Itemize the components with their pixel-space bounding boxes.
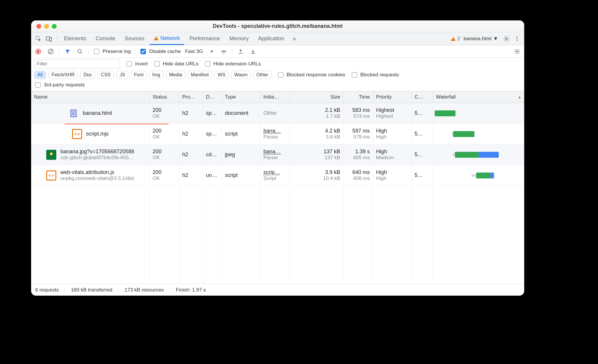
type-chip-other[interactable]: Other <box>253 71 271 79</box>
svg-point-6 <box>517 40 517 41</box>
type-chip-doc[interactable]: Doc <box>80 71 95 79</box>
table-row[interactable]: banana.html200OKh2sp…documentOther2.1 kB… <box>31 103 524 124</box>
filter-input[interactable] <box>34 59 120 68</box>
search-icon[interactable] <box>76 47 84 56</box>
tab-memory[interactable]: Memory <box>225 32 253 45</box>
script-icon: < > <box>46 170 56 181</box>
tab-label: Application <box>258 36 284 42</box>
zoom-icon[interactable] <box>52 24 57 29</box>
clear-icon[interactable] <box>47 47 55 56</box>
col-domain[interactable]: D… <box>203 91 222 103</box>
script-icon: < > <box>72 129 82 139</box>
tab-label: Sources <box>125 36 144 42</box>
request-origin: cdn.glitch.global/87b4c0fe-655… <box>60 155 134 161</box>
panel-tabbar: ElementsConsoleSourcesNetworkPerformance… <box>31 32 524 45</box>
status-finish: Finish: 1.97 s <box>176 287 212 293</box>
type-chip-ws[interactable]: WS <box>215 71 229 79</box>
type-chip-media[interactable]: Media <box>166 71 186 79</box>
svg-point-14 <box>516 51 518 52</box>
network-settings-icon[interactable] <box>513 47 521 56</box>
record-icon[interactable] <box>34 47 42 56</box>
request-name: banana.html <box>83 110 112 116</box>
type-chip-font[interactable]: Font <box>131 71 147 79</box>
disable-cache-checkbox[interactable]: Disable cache <box>139 48 181 55</box>
svg-point-13 <box>223 53 224 54</box>
type-chip-css[interactable]: CSS <box>97 71 114 79</box>
tab-network[interactable]: Network <box>150 32 184 45</box>
filter-bar: Invert Hide data URLs Hide extension URL… <box>31 58 524 91</box>
minimize-icon[interactable] <box>44 24 49 29</box>
image-thumbnail-icon <box>46 150 56 160</box>
inspect-element-icon[interactable] <box>33 34 43 44</box>
third-party-checkbox[interactable]: 3rd-party requests <box>34 81 85 88</box>
col-type[interactable]: Type <box>222 91 260 103</box>
issues-count: 2 <box>457 36 460 42</box>
blocked-requests-checkbox[interactable]: Blocked requests <box>351 71 399 78</box>
type-chip-fetchxhr[interactable]: Fetch/XHR <box>48 71 78 79</box>
invert-checkbox[interactable]: Invert <box>125 60 148 67</box>
svg-point-11 <box>78 49 81 53</box>
col-waterfall[interactable]: Waterfall▲ <box>433 91 524 103</box>
warning-icon <box>451 37 455 41</box>
issues-counter[interactable]: 2 <box>451 36 460 42</box>
col-initiator[interactable]: Initia… <box>260 91 290 103</box>
kebab-menu-icon[interactable] <box>512 34 522 44</box>
network-conditions-icon[interactable] <box>220 47 228 56</box>
blocked-cookies-checkbox[interactable]: Blocked response cookies <box>277 71 345 78</box>
svg-rect-8 <box>37 50 39 52</box>
table-body: banana.html200OKh2sp…documentOther2.1 kB… <box>31 103 524 284</box>
tab-sources[interactable]: Sources <box>121 32 148 45</box>
context-label: banana.html <box>464 36 492 42</box>
preserve-log-checkbox[interactable]: Preserve log <box>93 48 131 55</box>
type-chip-img[interactable]: Img <box>149 71 164 79</box>
titlebar: DevTools - speculative-rules.glitch.me/b… <box>31 20 524 32</box>
network-table: Name Status Pro… D… Type Initia… Size Ti… <box>31 91 524 284</box>
download-har-icon[interactable] <box>249 47 257 56</box>
request-origin: unpkg.com/web-vitals@3.5.1/dist <box>60 175 135 181</box>
status-bar: 6 requests 160 kB transferred 173 kB res… <box>31 284 524 296</box>
status-requests: 6 requests <box>35 287 65 293</box>
type-chip-wasm[interactable]: Wasm <box>231 71 251 79</box>
col-name[interactable]: Name <box>31 91 150 103</box>
target-context-selector[interactable]: banana.html ▼ <box>461 36 501 42</box>
settings-icon[interactable] <box>502 34 511 44</box>
table-row[interactable]: < >web-vitals.attribution.jsunpkg.com/we… <box>31 165 524 186</box>
tab-elements[interactable]: Elements <box>60 32 90 45</box>
tab-performance[interactable]: Performance <box>185 32 224 45</box>
disable-cache-label: Disable cache <box>149 49 181 54</box>
waterfall-bar <box>434 105 523 122</box>
tab-application[interactable]: Application <box>254 32 288 45</box>
table-row[interactable]: banana.jpg?v=1705668720588cdn.glitch.glo… <box>31 144 524 165</box>
traffic-lights <box>36 24 57 29</box>
col-time[interactable]: Time <box>343 91 373 103</box>
type-chip-js[interactable]: JS <box>116 71 128 79</box>
more-tabs-icon[interactable]: » <box>290 34 299 44</box>
svg-line-10 <box>49 49 53 53</box>
hide-extension-urls-checkbox[interactable]: Hide extension URLs <box>204 60 261 67</box>
status-resources: 173 kB resources <box>124 287 170 293</box>
sort-indicator-icon: ▲ <box>518 95 521 99</box>
waterfall-bar <box>434 125 523 142</box>
tab-label: Network <box>160 35 180 41</box>
chevron-down-icon: ▼ <box>493 36 498 42</box>
type-chip-manifest[interactable]: Manifest <box>188 71 212 79</box>
waterfall-bar <box>434 167 523 184</box>
throttling-select[interactable]: Fast 3G ▼ <box>185 49 215 54</box>
type-chip-all[interactable]: All <box>34 71 46 79</box>
hide-data-urls-checkbox[interactable]: Hide data URLs <box>153 60 199 67</box>
col-size[interactable]: Size <box>290 91 343 103</box>
col-connection[interactable]: C… <box>412 91 433 103</box>
col-priority[interactable]: Priority <box>373 91 412 103</box>
col-protocol[interactable]: Pro… <box>179 91 203 103</box>
table-row[interactable]: < >script.mjs200OKh2sp…scriptbana…Parser… <box>31 124 524 144</box>
tab-console[interactable]: Console <box>92 32 119 45</box>
table-header: Name Status Pro… D… Type Initia… Size Ti… <box>31 91 524 103</box>
upload-har-icon[interactable] <box>236 47 245 56</box>
device-toolbar-icon[interactable] <box>44 34 54 44</box>
close-icon[interactable] <box>36 24 41 29</box>
filter-icon[interactable] <box>63 47 72 56</box>
col-status[interactable]: Status <box>150 91 179 103</box>
preserve-log-label: Preserve log <box>103 49 131 54</box>
svg-point-3 <box>506 38 507 40</box>
document-icon <box>68 108 79 118</box>
